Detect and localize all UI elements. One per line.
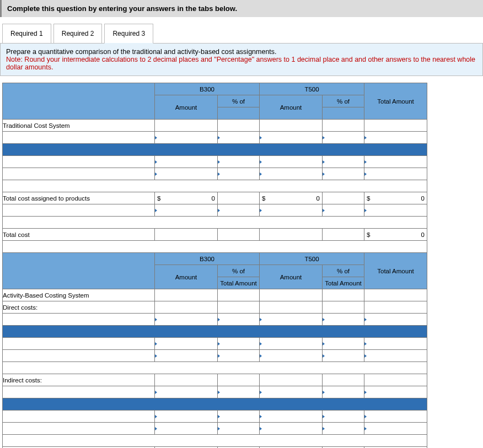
cell[interactable] [364, 338, 427, 350]
header-b300-2: B300 [155, 253, 260, 265]
cell[interactable] [155, 411, 218, 423]
row-traditional: Traditional Cost System [3, 120, 155, 132]
row-total-assigned-1: Total cost assigned to products [3, 192, 155, 204]
cell[interactable] [323, 156, 364, 168]
cell[interactable] [260, 338, 323, 350]
cell[interactable] [260, 289, 323, 301]
cell[interactable] [323, 192, 364, 204]
input-row[interactable] [3, 350, 155, 362]
cell[interactable] [218, 192, 260, 204]
cell[interactable] [155, 168, 218, 180]
cell[interactable] [323, 423, 364, 435]
cell[interactable] [260, 168, 323, 180]
cell[interactable] [323, 338, 364, 350]
cell[interactable] [155, 289, 218, 301]
cell[interactable] [260, 314, 323, 326]
cell[interactable] [218, 338, 260, 350]
cell[interactable] [364, 204, 427, 217]
cell[interactable] [155, 301, 218, 314]
cell[interactable] [155, 156, 218, 168]
cell[interactable] [218, 156, 260, 168]
cell[interactable] [323, 204, 364, 217]
cell[interactable] [260, 350, 323, 362]
cell[interactable] [323, 314, 364, 326]
cell[interactable] [364, 120, 427, 132]
cell[interactable] [155, 338, 218, 350]
input-row[interactable] [3, 338, 155, 350]
cell[interactable] [260, 229, 323, 241]
cell[interactable] [155, 314, 218, 326]
cell[interactable] [323, 301, 364, 314]
cell[interactable] [155, 423, 218, 435]
cell[interactable] [260, 204, 323, 217]
cell[interactable] [218, 120, 260, 132]
header-t500-pct: % of [323, 95, 364, 107]
cell[interactable] [364, 289, 427, 301]
cell[interactable] [364, 301, 427, 314]
cell[interactable] [260, 374, 323, 386]
question-note: Note: Round your intermediate calculatio… [6, 56, 475, 71]
cell[interactable] [364, 168, 427, 180]
cell[interactable] [218, 374, 260, 386]
cell[interactable] [260, 423, 323, 435]
cell[interactable] [323, 374, 364, 386]
header-b300-pct-sub [218, 107, 260, 120]
cell[interactable] [260, 301, 323, 314]
cell[interactable] [364, 386, 427, 398]
input-row[interactable] [3, 168, 155, 180]
cell[interactable] [260, 120, 323, 132]
cell[interactable] [323, 289, 364, 301]
cell[interactable] [155, 132, 218, 144]
cell[interactable] [364, 411, 427, 423]
input-row[interactable] [3, 204, 155, 217]
header-t500-pct-2b: Total Amount [323, 277, 364, 289]
cell[interactable] [218, 423, 260, 435]
tab-required-2[interactable]: Required 2 [53, 24, 103, 44]
cell[interactable] [218, 411, 260, 423]
cell[interactable] [323, 168, 364, 180]
row-total-cost-1: Total cost [3, 229, 155, 241]
cell[interactable] [364, 132, 427, 144]
cell[interactable] [218, 350, 260, 362]
cell[interactable] [155, 374, 218, 386]
input-row[interactable] [3, 156, 155, 168]
cell[interactable] [323, 132, 364, 144]
cell[interactable] [323, 229, 364, 241]
cell[interactable] [323, 386, 364, 398]
input-row[interactable] [3, 314, 155, 326]
cell[interactable] [323, 411, 364, 423]
cell[interactable] [218, 168, 260, 180]
cell[interactable] [218, 301, 260, 314]
cell[interactable] [155, 120, 218, 132]
cell[interactable] [260, 156, 323, 168]
tab-required-3[interactable]: Required 3 [104, 24, 153, 44]
cell-total-cost: $0 [364, 229, 427, 241]
cell[interactable] [218, 132, 260, 144]
input-row[interactable] [3, 386, 155, 398]
cell[interactable] [260, 386, 323, 398]
cell[interactable] [364, 314, 427, 326]
cell[interactable] [323, 120, 364, 132]
input-row[interactable] [3, 411, 155, 423]
cell[interactable] [364, 350, 427, 362]
header-t500-pct-sub [323, 107, 364, 120]
cell[interactable] [323, 350, 364, 362]
input-row[interactable] [3, 423, 155, 435]
question-text: Prepare a quantitative comparison of the… [6, 48, 277, 56]
cell[interactable] [155, 204, 218, 217]
cell[interactable] [260, 411, 323, 423]
cell[interactable] [218, 229, 260, 241]
cell[interactable] [155, 229, 218, 241]
tab-required-1[interactable]: Required 1 [2, 24, 51, 44]
input-row[interactable] [3, 132, 155, 144]
cell[interactable] [155, 350, 218, 362]
cell[interactable] [364, 374, 427, 386]
cell[interactable] [364, 156, 427, 168]
cell[interactable] [155, 386, 218, 398]
cell[interactable] [260, 132, 323, 144]
cell[interactable] [364, 423, 427, 435]
cell[interactable] [218, 204, 260, 217]
cell[interactable] [218, 289, 260, 301]
cell[interactable] [218, 314, 260, 326]
cell[interactable] [218, 386, 260, 398]
